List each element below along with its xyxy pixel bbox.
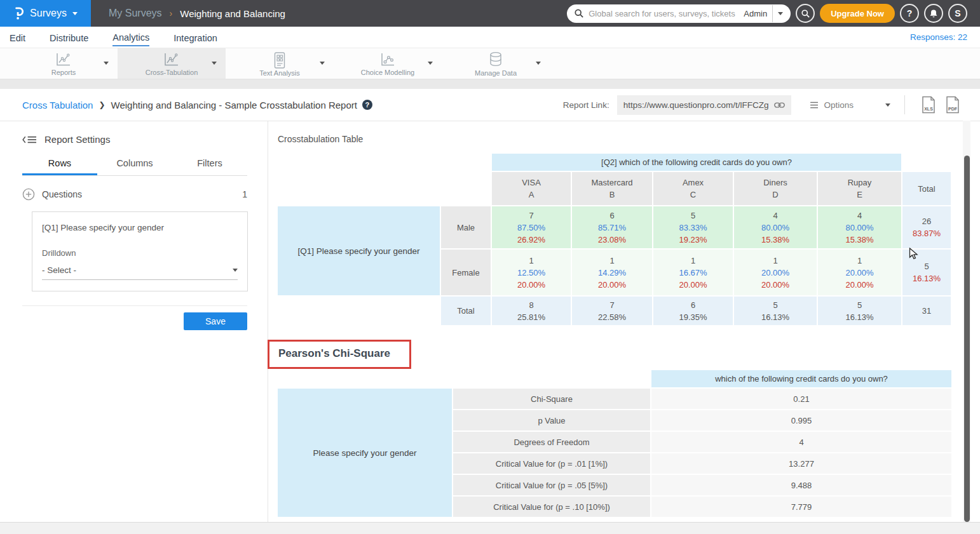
crosstab-column-total-cell: 516.13% bbox=[734, 297, 817, 325]
top-breadcrumb: My Surveys › Weighting and Balancing bbox=[109, 8, 285, 19]
crosstab-column-total-cell: 722.58% bbox=[572, 297, 652, 325]
crosstab-totals-row-label: Total bbox=[441, 297, 491, 325]
toolbar-item-text-analysis[interactable]: Text Analysis bbox=[226, 48, 334, 79]
upgrade-now-button[interactable]: Upgrade Now bbox=[820, 4, 895, 23]
toolbar-item-choice-modelling[interactable]: Choice Modelling bbox=[334, 48, 442, 79]
chi-square-stat-label: Chi-Square bbox=[453, 389, 650, 409]
search-scope-caret-icon[interactable] bbox=[778, 12, 783, 15]
column-code: B bbox=[572, 189, 652, 201]
text-analysis-icon bbox=[273, 52, 287, 69]
divider bbox=[772, 5, 773, 22]
nav-tab-edit[interactable]: Edit bbox=[10, 29, 25, 46]
nav-tab-distribute[interactable]: Distribute bbox=[50, 29, 88, 46]
toolbar-item-label: Choice Modelling bbox=[361, 69, 414, 76]
column-total-count: 8 bbox=[492, 299, 571, 311]
settings-tab-filters[interactable]: Filters bbox=[172, 158, 247, 175]
drilldown-label: Drilldown bbox=[42, 248, 238, 258]
cell-column-pct: 83.33% bbox=[653, 222, 733, 234]
manage-data-icon bbox=[488, 51, 503, 69]
collapse-panel-icon[interactable] bbox=[22, 135, 37, 144]
nav-tab-analytics[interactable]: Analytics bbox=[112, 29, 149, 46]
global-search-box[interactable]: Admin bbox=[567, 4, 791, 23]
report-content: Cross Tabulation ❯ Weighting and Balanci… bbox=[0, 89, 980, 522]
toolbar-item-manage-data[interactable]: Manage Data bbox=[442, 48, 550, 79]
search-button[interactable] bbox=[796, 4, 815, 23]
crosstab-cell: 112.50%20.00% bbox=[492, 250, 571, 295]
toolbar-item-label: Cross-Tabulation bbox=[146, 69, 198, 76]
help-button[interactable]: ? bbox=[900, 4, 919, 23]
report-settings-header: Report Settings bbox=[22, 134, 247, 145]
report-help-icon[interactable]: ? bbox=[362, 100, 372, 110]
dropdown-caret-icon[interactable] bbox=[104, 62, 109, 65]
column-total-count: 7 bbox=[572, 299, 652, 311]
crosstab-cell: 787.50%26.92% bbox=[492, 206, 571, 248]
crosstab-column-header: MastercardB bbox=[572, 172, 652, 205]
save-button[interactable]: Save bbox=[184, 312, 247, 330]
toolbar-item-cross-tabulation[interactable]: Cross-Tabulation bbox=[118, 48, 226, 79]
report-settings-panel: Report Settings RowsColumnsFilters Quest… bbox=[0, 121, 268, 522]
options-menu[interactable]: Options bbox=[810, 100, 890, 110]
crosstab-row-total-cell: 516.13% bbox=[902, 250, 951, 295]
drilldown-select[interactable]: - Select - bbox=[42, 265, 238, 280]
row-total-pct: 83.87% bbox=[902, 227, 951, 239]
link-icon[interactable] bbox=[774, 102, 785, 109]
crosstabulation-table: [Q2] which of the following credit cards… bbox=[276, 152, 952, 326]
crosstab-column-total-cell: 825.81% bbox=[492, 297, 571, 325]
options-label: Options bbox=[824, 100, 854, 110]
product-name: Surveys bbox=[30, 8, 67, 19]
crosstab-column-header: AmexC bbox=[653, 172, 733, 205]
crosstab-row-label: Male bbox=[441, 206, 491, 248]
column-code: D bbox=[734, 189, 817, 201]
choice-modelling-icon bbox=[379, 52, 395, 68]
column-name: Rupay bbox=[818, 177, 901, 189]
breadcrumb-separator: ❯ bbox=[99, 100, 105, 109]
nav-tab-integration[interactable]: Integration bbox=[174, 29, 217, 46]
dropdown-caret-icon[interactable] bbox=[536, 62, 541, 65]
questions-count-badge: 1 bbox=[242, 189, 247, 199]
report-title: Weighting and Balancing - Sample Crossta… bbox=[111, 100, 357, 110]
user-avatar[interactable]: S bbox=[948, 4, 967, 23]
settings-tab-rows[interactable]: Rows bbox=[22, 158, 97, 175]
question-text: [Q1] Please specify your gender bbox=[42, 223, 238, 232]
product-switcher[interactable]: Surveys bbox=[0, 0, 91, 27]
spacer-cell bbox=[278, 370, 650, 387]
chi-square-stat-value: 9.488 bbox=[651, 475, 951, 495]
dropdown-caret-icon[interactable] bbox=[428, 62, 433, 65]
report-link-url[interactable]: https://www.questionpro.com/t/lFFCZg bbox=[623, 100, 769, 110]
dropdown-caret-icon[interactable] bbox=[320, 62, 325, 65]
top-bar: Surveys My Surveys › Weighting and Balan… bbox=[0, 0, 980, 27]
crosstab-cell: 114.29%20.00% bbox=[572, 250, 652, 295]
global-search-input[interactable] bbox=[589, 9, 738, 18]
cell-row-pct: 20.00% bbox=[653, 279, 733, 291]
responses-count[interactable]: Responses: 22 bbox=[910, 32, 967, 42]
cell-column-pct: 80.00% bbox=[818, 222, 901, 234]
questionpro-logo-icon bbox=[13, 6, 24, 20]
cell-count: 1 bbox=[572, 255, 652, 267]
dropdown-caret-icon[interactable] bbox=[212, 62, 217, 65]
settings-tabs: RowsColumnsFilters bbox=[22, 158, 247, 176]
scrollbar-thumb[interactable] bbox=[964, 156, 970, 522]
report-link-field[interactable]: https://www.questionpro.com/t/lFFCZg bbox=[617, 95, 792, 115]
divider bbox=[22, 305, 247, 306]
crosstab-cell: 583.33%19.23% bbox=[653, 206, 733, 248]
export-pdf-button[interactable]: PDF bbox=[944, 96, 961, 114]
spacer-cell bbox=[278, 297, 440, 325]
chi-square-stat-label: p Value bbox=[453, 410, 650, 431]
cell-count: 1 bbox=[653, 255, 733, 267]
options-caret-icon bbox=[885, 103, 890, 107]
cross-tabulation-breadcrumb-link[interactable]: Cross Tabulation bbox=[22, 100, 93, 110]
notifications-button[interactable] bbox=[924, 4, 943, 23]
column-total-count: 6 bbox=[653, 299, 733, 311]
cell-column-pct: 80.00% bbox=[734, 222, 817, 234]
settings-tab-columns[interactable]: Columns bbox=[97, 158, 172, 175]
search-icon bbox=[575, 9, 583, 18]
breadcrumb-my-surveys-link[interactable]: My Surveys bbox=[109, 8, 162, 19]
row-total-count: 26 bbox=[902, 215, 951, 227]
export-xls-button[interactable]: XLS bbox=[920, 96, 937, 114]
cell-count: 1 bbox=[818, 255, 901, 267]
xls-icon-label: XLS bbox=[920, 107, 937, 111]
report-header: Cross Tabulation ❯ Weighting and Balanci… bbox=[0, 89, 980, 121]
spacer-cell bbox=[902, 154, 951, 171]
add-question-icon[interactable] bbox=[22, 188, 35, 201]
toolbar-item-reports[interactable]: Reports bbox=[10, 48, 118, 79]
